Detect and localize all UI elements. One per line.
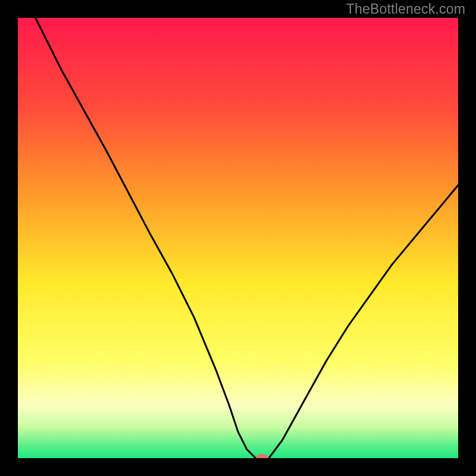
chart-stage: TheBottleneck.com — [0, 0, 476, 476]
watermark-text: TheBottleneck.com — [346, 1, 465, 17]
chart-svg — [0, 0, 476, 476]
chart-background — [18, 18, 458, 458]
